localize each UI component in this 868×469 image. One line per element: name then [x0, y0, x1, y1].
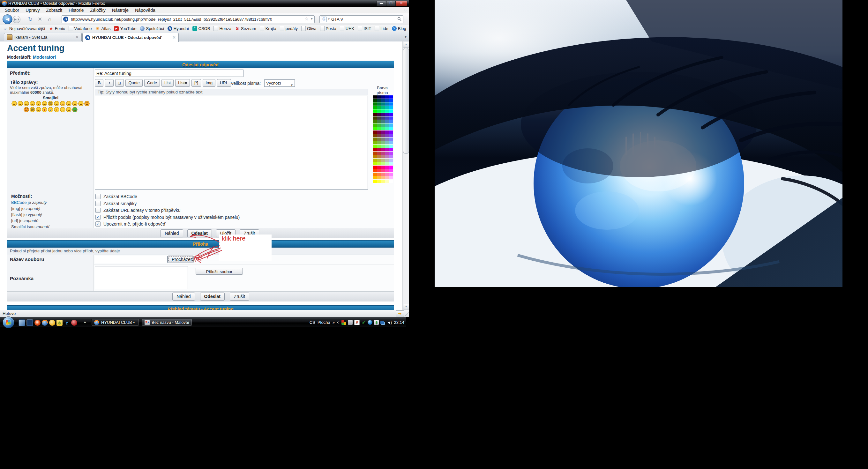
palette-color[interactable]: [373, 127, 377, 130]
palette-color[interactable]: [385, 148, 389, 151]
sphere-icon[interactable]: [368, 320, 372, 325]
palette-color[interactable]: [389, 152, 393, 155]
scrollbar-thumb[interactable]: [403, 48, 409, 154]
palette-color[interactable]: [385, 169, 389, 172]
palette-color[interactable]: [377, 169, 381, 172]
scroll-up-icon[interactable]: ▲: [403, 42, 409, 48]
url-dropdown-icon[interactable]: ▼: [310, 17, 313, 21]
checkbox[interactable]: [95, 201, 100, 206]
palette-color[interactable]: [377, 176, 381, 179]
bbcode-img-button[interactable]: Img: [203, 79, 215, 87]
palette-color[interactable]: [389, 173, 393, 176]
bookmark-item[interactable]: ČCSOB: [191, 26, 212, 31]
smiley-redface[interactable]: [72, 101, 78, 106]
bbcode-link[interactable]: BBCode: [11, 200, 27, 205]
palette-color[interactable]: [381, 165, 385, 169]
palette-color[interactable]: [389, 148, 393, 151]
palette-color[interactable]: [373, 102, 377, 105]
palette-color[interactable]: [381, 110, 385, 113]
palette-color[interactable]: [385, 102, 389, 105]
bookmark-item[interactable]: Krajta: [258, 26, 278, 31]
palette-color[interactable]: [373, 162, 377, 165]
palette-color[interactable]: [381, 117, 385, 120]
tab-close-icon[interactable]: ✕: [73, 35, 79, 39]
palette-color[interactable]: [381, 123, 385, 127]
palette-color[interactable]: [385, 155, 389, 158]
palette-color[interactable]: [381, 120, 385, 123]
palette-color[interactable]: [377, 180, 381, 183]
palette-color[interactable]: [385, 180, 389, 183]
bookmark-item[interactable]: ISIT: [356, 26, 372, 31]
palette-color[interactable]: [381, 113, 385, 116]
palette-color[interactable]: [377, 159, 381, 162]
palette-color[interactable]: [385, 113, 389, 116]
palette-color[interactable]: [381, 155, 385, 158]
palette-color[interactable]: [377, 113, 381, 116]
browse-button[interactable]: Procházet...: [167, 255, 194, 263]
checkbox[interactable]: ✓: [95, 215, 100, 220]
palette-color[interactable]: [389, 130, 393, 134]
palette-color[interactable]: [389, 99, 393, 102]
search-icon[interactable]: [397, 17, 401, 21]
palette-color[interactable]: [385, 106, 389, 109]
palette-color[interactable]: [373, 117, 377, 120]
tab-close-icon[interactable]: ✕: [170, 35, 176, 40]
palette-color[interactable]: [381, 137, 385, 141]
tab-list-dropdown-icon[interactable]: ▼: [404, 35, 407, 39]
firefox-icon[interactable]: [42, 320, 48, 326]
menu-item[interactable]: Soubor: [2, 7, 22, 13]
palette-color[interactable]: [385, 159, 389, 162]
zruit-button[interactable]: Zrušit: [230, 292, 249, 301]
bookmark-item[interactable]: Vixy: [408, 26, 409, 31]
palette-color[interactable]: [377, 117, 381, 120]
palette-color[interactable]: [373, 130, 377, 134]
power-icon[interactable]: ▮: [374, 320, 379, 325]
bookmark-item[interactable]: UHK: [339, 26, 355, 31]
palette-color[interactable]: [385, 110, 389, 113]
message-textarea[interactable]: [95, 96, 368, 189]
toolbar-chevron-icon[interactable]: »: [333, 320, 335, 325]
palette-color[interactable]: [389, 176, 393, 179]
menu-item[interactable]: Záložky: [87, 7, 108, 13]
smiley-eek[interactable]: [36, 101, 41, 106]
palette-color[interactable]: [377, 152, 381, 155]
palette-color[interactable]: [373, 106, 377, 109]
palette-color[interactable]: [389, 169, 393, 172]
smiley-grin[interactable]: [11, 101, 17, 106]
smiley-question[interactable]: ?: [48, 107, 53, 112]
bbcode--button[interactable]: [*]: [191, 79, 201, 87]
filename-input[interactable]: [95, 256, 167, 263]
menu-item[interactable]: Nástroje: [109, 7, 131, 13]
palette-color[interactable]: [377, 120, 381, 123]
palette-color[interactable]: [377, 134, 381, 137]
search-bar[interactable]: G ▼: [319, 15, 403, 23]
palette-color[interactable]: [389, 123, 393, 127]
palette-color[interactable]: [377, 148, 381, 151]
smiley-happy[interactable]: [66, 101, 71, 106]
nhled-button[interactable]: Náhled: [172, 292, 195, 301]
palette-color[interactable]: [377, 130, 381, 134]
bbcode-b-button[interactable]: B: [95, 79, 103, 87]
palette-color[interactable]: [389, 141, 393, 144]
palette-color[interactable]: [389, 162, 393, 165]
palette-color[interactable]: [389, 165, 393, 169]
forward-button[interactable]: ▶ ▾: [13, 16, 21, 23]
palette-color[interactable]: [377, 99, 381, 102]
palette-color[interactable]: [389, 180, 393, 183]
show-desktop-icon[interactable]: [19, 319, 25, 326]
palette-color[interactable]: [389, 120, 393, 123]
palette-color[interactable]: [381, 148, 385, 151]
note-textarea[interactable]: [95, 266, 188, 289]
palette-color[interactable]: [381, 169, 385, 172]
palette-color[interactable]: [377, 110, 381, 113]
palette-color[interactable]: [385, 176, 389, 179]
palette-color[interactable]: [377, 162, 381, 165]
palette-color[interactable]: [389, 110, 393, 113]
quad-grid-icon[interactable]: [341, 320, 346, 325]
palette-color[interactable]: [389, 134, 393, 137]
palette-color[interactable]: [381, 180, 385, 183]
smiley-cool2[interactable]: [30, 107, 35, 112]
tab-hyundai-club[interactable]: H HYUNDAI CLUB • Odeslat odpověď ✕: [82, 33, 179, 42]
palette-color[interactable]: [381, 127, 385, 130]
smiley-smile[interactable]: [18, 101, 23, 106]
